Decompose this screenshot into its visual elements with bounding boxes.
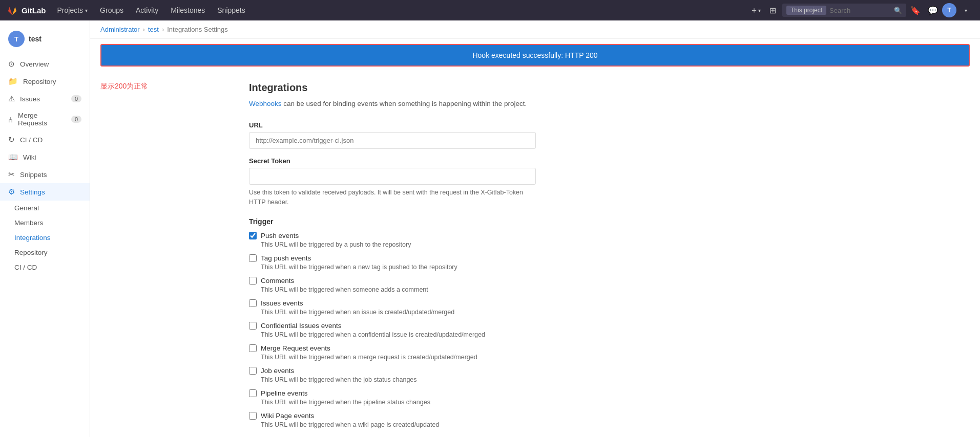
url-label: URL <box>249 121 536 129</box>
sidebar-user: T test <box>0 27 90 55</box>
desc-push_events: This URL will be triggered by a push to … <box>261 241 536 248</box>
flash-message: Hook executed successfully: HTTP 200 <box>100 44 970 67</box>
merge-requests-icon: ⑃ <box>8 115 13 124</box>
integrations-panel: Integrations Webhooks can be used for bi… <box>249 82 536 434</box>
checkbox-pipeline_events[interactable] <box>249 389 257 397</box>
sidebar-item-repository[interactable]: 📁 Repository <box>0 73 90 90</box>
label-job_events: Job events <box>261 367 294 375</box>
label-issues_events: Issues events <box>261 299 303 307</box>
new-item-button[interactable]: ＋▾ <box>747 2 764 18</box>
secret-token-group: Secret Token Use this token to validate … <box>249 157 536 207</box>
integrations-title: Integrations <box>249 82 536 94</box>
trigger-item-push_events: Push events This URL will be triggered b… <box>249 232 536 248</box>
desc-confidential_issues_events: This URL will be triggered when a confid… <box>261 331 536 338</box>
nav-projects[interactable]: Projects ▾ <box>52 3 93 17</box>
trigger-section: Trigger Push events This URL will be tri… <box>249 217 536 428</box>
chat-icon[interactable]: 💬 <box>925 2 941 18</box>
sidebar: T test ⊙ Overview 📁 Repository ⚠ Issues … <box>0 20 90 437</box>
bookmark-icon[interactable]: 🔖 <box>907 2 924 18</box>
layout-icon[interactable]: ⊞ <box>765 2 781 18</box>
secret-token-label: Secret Token <box>249 157 536 165</box>
desc-job_events: This URL will be triggered when the job … <box>261 376 536 383</box>
repository-icon: 📁 <box>8 77 18 86</box>
nav-milestones[interactable]: Milestones <box>165 3 210 17</box>
cicd-icon: ↻ <box>8 135 15 144</box>
trigger-item-job_events: Job events This URL will be triggered wh… <box>249 367 536 383</box>
sidebar-sub-integrations[interactable]: Integrations <box>0 230 90 245</box>
label-merge_request_events: Merge Request events <box>261 344 330 352</box>
desc-comments: This URL will be triggered when someone … <box>261 286 536 293</box>
wiki-icon: 📖 <box>8 152 18 162</box>
main-content: Administrator › test › Integrations Sett… <box>90 20 980 437</box>
breadcrumb-sep-1: › <box>143 26 145 33</box>
user-menu-chevron[interactable]: ▾ <box>957 2 974 18</box>
secret-token-input[interactable] <box>249 168 536 185</box>
snippets-icon: ✂ <box>8 170 15 179</box>
breadcrumb-sep-2: › <box>162 26 164 33</box>
annotation-text: 显示200为正常 <box>100 82 234 91</box>
user-avatar-button[interactable]: T <box>942 3 956 17</box>
sidebar-item-overview[interactable]: ⊙ Overview <box>0 55 90 73</box>
scope-button[interactable]: This project <box>786 6 826 15</box>
label-comments: Comments <box>261 277 294 285</box>
label-push_events: Push events <box>261 232 299 239</box>
url-input[interactable] <box>249 132 536 149</box>
project-name: test <box>29 35 41 43</box>
webhooks-link[interactable]: Webhooks <box>249 100 282 107</box>
label-confidential_issues_events: Confidential Issues events <box>261 322 342 330</box>
checkbox-merge_request_events[interactable] <box>249 344 257 352</box>
trigger-item-merge_request_events: Merge Request events This URL will be tr… <box>249 344 536 361</box>
logo-text: GitLab <box>22 6 46 15</box>
checkbox-job_events[interactable] <box>249 367 257 375</box>
desc-wiki_page_events: This URL will be triggered when a wiki p… <box>261 421 536 428</box>
nav-groups[interactable]: Groups <box>95 3 129 17</box>
trigger-item-comments: Comments This URL will be triggered when… <box>249 277 536 293</box>
label-pipeline_events: Pipeline events <box>261 389 308 397</box>
projects-chevron: ▾ <box>85 8 88 13</box>
sidebar-item-settings[interactable]: ⚙ Settings <box>0 183 90 201</box>
sidebar-item-snippets[interactable]: ✂ Snippets <box>0 166 90 183</box>
checkbox-issues_events[interactable] <box>249 299 257 307</box>
checkbox-wiki_page_events[interactable] <box>249 412 257 420</box>
checkbox-push_events[interactable] <box>249 232 257 239</box>
sidebar-item-cicd[interactable]: ↻ CI / CD <box>0 131 90 148</box>
sidebar-item-issues[interactable]: ⚠ Issues 0 <box>0 90 90 107</box>
breadcrumb-current: Integrations Settings <box>167 26 228 33</box>
desc-issues_events: This URL will be triggered when an issue… <box>261 309 536 316</box>
trigger-item-tag_push_events: Tag push events This URL will be trigger… <box>249 254 536 271</box>
sidebar-sub-cicd[interactable]: CI / CD <box>0 260 90 275</box>
breadcrumb-test[interactable]: test <box>148 26 159 33</box>
trigger-items-container: Push events This URL will be triggered b… <box>249 232 536 428</box>
nav-snippets[interactable]: Snippets <box>212 3 250 17</box>
sidebar-item-wiki[interactable]: 📖 Wiki <box>0 148 90 166</box>
merge-requests-badge: 0 <box>71 116 81 123</box>
checkbox-tag_push_events[interactable] <box>249 254 257 262</box>
trigger-item-confidential_issues_events: Confidential Issues events This URL will… <box>249 322 536 338</box>
left-panel: 显示200为正常 <box>100 82 234 434</box>
search-bar: This project 🔍 <box>782 4 906 17</box>
issues-icon: ⚠ <box>8 94 15 103</box>
search-input[interactable] <box>829 7 891 14</box>
sidebar-sub-repository[interactable]: Repository <box>0 245 90 260</box>
content-area: 显示200为正常 Integrations Webhooks can be us… <box>90 72 980 437</box>
label-tag_push_events: Tag push events <box>261 254 311 262</box>
gitlab-logo[interactable]: GitLab <box>6 4 46 16</box>
label-wiki_page_events: Wiki Page events <box>261 412 314 420</box>
trigger-item-pipeline_events: Pipeline events This URL will be trigger… <box>249 389 536 406</box>
sidebar-sub-members[interactable]: Members <box>0 215 90 230</box>
avatar: T <box>8 31 25 47</box>
nav-activity[interactable]: Activity <box>131 3 163 17</box>
url-field-group: URL <box>249 121 536 149</box>
trigger-label: Trigger <box>249 217 536 226</box>
desc-pipeline_events: This URL will be triggered when the pipe… <box>261 399 536 406</box>
issues-badge: 0 <box>71 95 81 102</box>
sidebar-item-merge-requests[interactable]: ⑃ Merge Requests 0 <box>0 107 90 131</box>
checkbox-confidential_issues_events[interactable] <box>249 322 257 330</box>
trigger-item-issues_events: Issues events This URL will be triggered… <box>249 299 536 316</box>
breadcrumb-admin[interactable]: Administrator <box>100 26 140 33</box>
page-wrapper: T test ⊙ Overview 📁 Repository ⚠ Issues … <box>0 20 980 437</box>
desc-tag_push_events: This URL will be triggered when a new ta… <box>261 264 536 271</box>
overview-icon: ⊙ <box>8 59 15 69</box>
checkbox-comments[interactable] <box>249 277 257 285</box>
sidebar-sub-general[interactable]: General <box>0 201 90 215</box>
